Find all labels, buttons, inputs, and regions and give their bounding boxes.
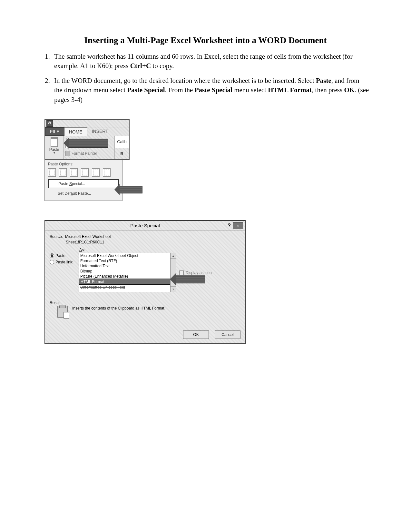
annotation-arrow-icon	[69, 139, 108, 148]
paste-option-icon[interactable]	[92, 168, 100, 177]
list-item[interactable]: Formatted Text (RTF)	[79, 258, 176, 263]
source-info: Source: Microsoft Excel Worksheet Sheet1…	[50, 234, 240, 245]
help-button[interactable]: ?	[228, 223, 231, 229]
paste-button[interactable]: Paste ▾	[45, 136, 64, 159]
ok-button[interactable]: OK	[183, 330, 209, 339]
radio-paste[interactable]: Paste:	[50, 253, 75, 258]
bold-button[interactable]: B	[115, 148, 129, 159]
set-default-paste-menu-item[interactable]: Set Default Paste...	[48, 190, 119, 197]
clipboard-icon	[51, 137, 58, 147]
radio-icon	[50, 260, 54, 264]
list-item[interactable]: Microsoft Excel Worksheet Object	[79, 253, 176, 258]
font-name-field[interactable]: Calib	[115, 136, 129, 148]
figure-ribbon: FILE HOME INSERT Paste ▾ Cut	[42, 110, 130, 201]
radio-icon	[50, 253, 54, 258]
paste-options-label: Paste Options:	[48, 162, 119, 166]
as-listbox[interactable]: Microsoft Excel Worksheet Object Formatt…	[79, 253, 176, 292]
paste-option-icon[interactable]	[70, 168, 78, 177]
quick-access-toolbar	[45, 120, 129, 127]
paste-option-icon[interactable]	[59, 168, 67, 177]
scroll-down-icon[interactable]: ▾	[171, 286, 176, 292]
page-title: Inserting a Multi-Page Excel Worksheet i…	[42, 35, 369, 45]
paste-option-icon[interactable]	[48, 168, 56, 177]
display-as-icon-checkbox[interactable]: Display as icon	[179, 253, 212, 292]
radio-paste-link[interactable]: Paste link:	[50, 260, 75, 264]
result-label: Result	[50, 300, 240, 305]
dialog-title: Paste Special	[130, 223, 160, 228]
step-2: In the WORD document, go to the desired …	[52, 76, 369, 104]
step-1: The sample worksheet has 11 columns and …	[52, 52, 369, 71]
list-item-selected[interactable]: HTML Format	[79, 279, 176, 285]
paintbrush-icon	[65, 151, 70, 156]
chevron-down-icon[interactable]: ▾	[54, 152, 55, 154]
list-item[interactable]: Unformatted Text	[79, 263, 176, 269]
word-app-icon	[46, 120, 53, 127]
cancel-button[interactable]: Cancel	[215, 330, 240, 339]
clipboard-result-icon	[57, 306, 68, 318]
scrollbar[interactable]: ▴ ▾	[170, 253, 176, 292]
annotation-arrow-icon	[119, 186, 142, 193]
close-button[interactable]: ×	[233, 222, 243, 229]
list-item[interactable]: Unformatted Unicode Text	[79, 285, 176, 290]
tab-file[interactable]: FILE	[45, 127, 64, 136]
scroll-up-icon[interactable]: ▴	[171, 253, 176, 259]
paste-special-dialog: Paste Special ? × Source: Microsoft Exce…	[44, 220, 246, 344]
checkbox-icon	[179, 271, 184, 275]
step-list: The sample worksheet has 11 columns and …	[42, 52, 369, 104]
result-text: Inserts the contents of the Clipboard as…	[72, 306, 165, 310]
list-item[interactable]: Picture (Enhanced Metafile)	[79, 274, 176, 279]
as-label: As:	[79, 248, 240, 252]
paste-dropdown: Paste Options: Paste Special... Set Defa…	[44, 160, 122, 201]
paste-option-icon[interactable]	[81, 168, 89, 177]
dialog-titlebar: Paste Special ? ×	[45, 221, 245, 231]
list-item[interactable]: Bitmap	[79, 269, 176, 274]
paste-option-icon[interactable]	[103, 168, 111, 177]
format-painter-button[interactable]: Format Painter	[65, 151, 113, 156]
paste-special-menu-item[interactable]: Paste Special...	[48, 179, 119, 188]
annotation-arrow-icon	[175, 275, 205, 283]
tab-home[interactable]: HOME	[64, 127, 87, 136]
tab-insert[interactable]: INSERT	[87, 127, 113, 136]
